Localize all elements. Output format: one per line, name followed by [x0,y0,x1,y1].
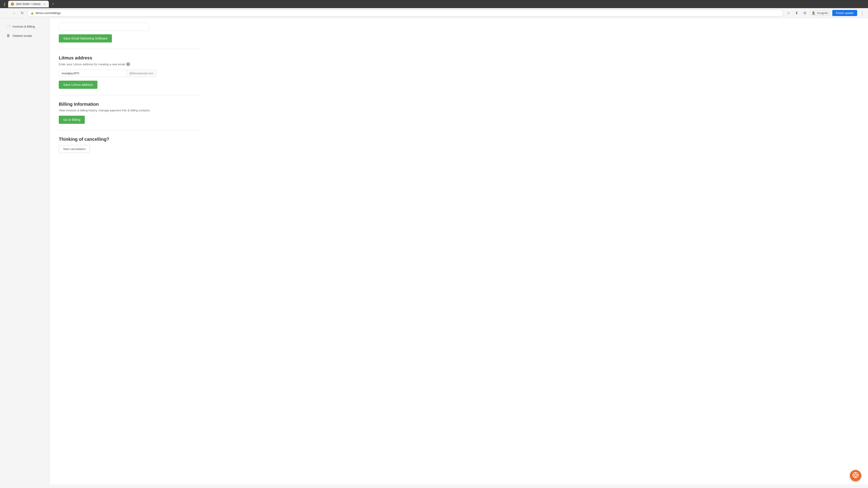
back-button[interactable]: ← [3,10,9,16]
svg-point-1 [855,474,857,476]
section-divider-1 [59,49,199,49]
reload-icon: ↻ [21,11,24,15]
section-divider-2 [59,95,199,95]
download-button[interactable]: ⬇ [794,10,800,16]
sidebar-item-invoices-billing[interactable]: 📄 Invoices & Billing [2,22,48,31]
extensions-icon: ⧉ [804,11,806,15]
go-to-billing-button[interactable]: Go to Billing [59,116,85,124]
tab-favicon: L [11,2,14,6]
save-litmus-address-button[interactable]: Save Litmus address [59,80,97,89]
sidebar-item-label-deleted: Deleted emails [13,34,32,37]
tab-title: John Smith > Litmus [16,2,40,6]
litmus-address-title: Litmus address [59,55,199,61]
main-content: Save Email Marketing Software Litmus add… [50,18,868,484]
reload-button[interactable]: ↻ [19,10,25,16]
lock-icon: 🔒 [31,11,34,15]
billing-information-section: Billing Information View invoices & bill… [59,102,199,124]
deleted-emails-icon: 🗑 [6,34,10,38]
start-cancellation-button[interactable]: Start cancellation [59,145,90,153]
finish-update-button[interactable]: Finish update [832,10,857,16]
new-tab-button[interactable]: + [50,1,56,7]
invoices-billing-icon: 📄 [6,24,10,29]
litmus-address-description: Enter your Litmus address for creating a… [59,62,199,66]
cancellation-section: Thinking of cancelling? Start cancellati… [59,137,199,153]
litmus-address-section: Litmus address Enter your Litmus address… [59,55,199,89]
sidebar-item-label-invoices: Invoices & Billing [13,25,35,28]
incognito-button[interactable]: 🕵 Incognito [810,10,831,16]
forward-icon: → [12,11,16,15]
tab-prev-icon: ❮ [3,2,6,6]
download-icon: ⬇ [795,11,798,15]
bookmark-icon: ☆ [787,11,790,15]
email-marketing-input-partial[interactable] [59,23,149,31]
billing-section-title: Billing Information [59,102,199,107]
sidebar-item-deleted-emails[interactable]: 🗑 Deleted emails [2,31,48,40]
active-tab[interactable]: L John Smith > Litmus × [8,1,49,7]
forward-button[interactable]: → [11,10,17,16]
help-icon[interactable]: ? [126,62,130,66]
cancellation-title: Thinking of cancelling? [59,137,199,142]
browser-menu-button[interactable]: ⋮ [859,10,865,16]
litmus-address-input[interactable] [59,70,127,77]
section-divider-3 [59,130,199,130]
bookmark-button[interactable]: ☆ [785,10,792,16]
extensions-button[interactable]: ⧉ [802,10,808,16]
save-email-marketing-button[interactable]: Save Email Marketing Software [59,34,112,42]
back-icon: ← [4,11,8,15]
billing-description: View invoices & billing history, manage … [59,109,199,112]
help-widget-icon [852,472,859,480]
tab-prev-button[interactable]: ❮ [2,1,7,7]
incognito-label: Incognito [817,11,828,15]
help-widget[interactable] [850,470,861,481]
incognito-icon: 🕵 [812,11,815,15]
sidebar: 📄 Invoices & Billing 🗑 Deleted emails [0,18,50,484]
litmus-address-input-row: @litmusemail.com [59,70,199,77]
litmus-address-suffix: @litmusemail.com [127,70,156,77]
address-text: litmus.com/settings [36,11,780,15]
address-bar[interactable]: 🔒 litmus.com/settings [27,10,783,17]
tab-close-button[interactable]: × [42,2,46,6]
